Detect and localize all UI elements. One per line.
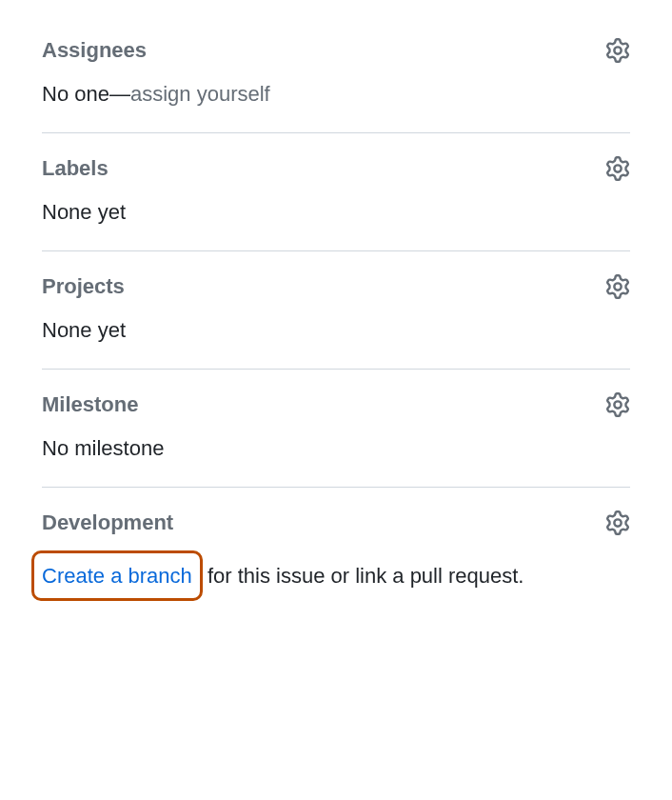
- projects-section: Projects None yet: [42, 251, 630, 370]
- development-body: Create a branch for this issue or link a…: [42, 550, 630, 601]
- projects-title: Projects: [42, 274, 125, 299]
- assignees-header: Assignees: [42, 38, 630, 63]
- gear-icon[interactable]: [605, 392, 630, 417]
- gear-icon[interactable]: [605, 38, 630, 63]
- create-branch-link[interactable]: Create a branch: [31, 550, 203, 601]
- projects-body: None yet: [42, 314, 630, 346]
- projects-none-text: None yet: [42, 318, 126, 342]
- labels-header: Labels: [42, 156, 630, 181]
- milestone-none-text: No milestone: [42, 436, 164, 460]
- milestone-body: No milestone: [42, 432, 630, 464]
- labels-body: None yet: [42, 196, 630, 228]
- labels-section: Labels None yet: [42, 133, 630, 251]
- labels-none-text: None yet: [42, 200, 126, 224]
- issue-sidebar: Assignees No one—assign yourself Labels …: [42, 38, 630, 624]
- assignees-body: No one—assign yourself: [42, 78, 630, 110]
- milestone-title: Milestone: [42, 392, 138, 417]
- milestone-section: Milestone No milestone: [42, 370, 630, 488]
- development-header: Development: [42, 510, 630, 535]
- development-suffix-text: for this issue or link a pull request.: [202, 564, 524, 588]
- labels-title: Labels: [42, 156, 109, 181]
- gear-icon[interactable]: [605, 156, 630, 181]
- assignees-title: Assignees: [42, 38, 147, 63]
- gear-icon[interactable]: [605, 510, 630, 535]
- gear-icon[interactable]: [605, 274, 630, 299]
- development-section: Development Create a branch for this iss…: [42, 488, 630, 624]
- development-title: Development: [42, 510, 173, 535]
- assignees-none-text: No one: [42, 82, 109, 106]
- assignees-dash: —: [109, 82, 130, 106]
- assign-yourself-link[interactable]: assign yourself: [130, 82, 270, 106]
- assignees-section: Assignees No one—assign yourself: [42, 38, 630, 133]
- projects-header: Projects: [42, 274, 630, 299]
- milestone-header: Milestone: [42, 392, 630, 417]
